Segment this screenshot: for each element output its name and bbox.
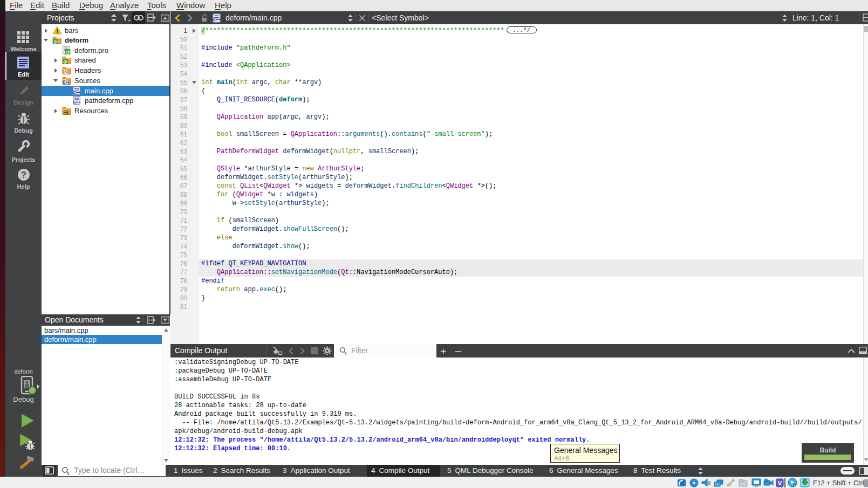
svg-text:h: h (65, 70, 67, 74)
svg-text:C++: C++ (63, 80, 70, 84)
svg-text:V: V (778, 480, 782, 486)
svg-text:?: ? (21, 170, 26, 180)
